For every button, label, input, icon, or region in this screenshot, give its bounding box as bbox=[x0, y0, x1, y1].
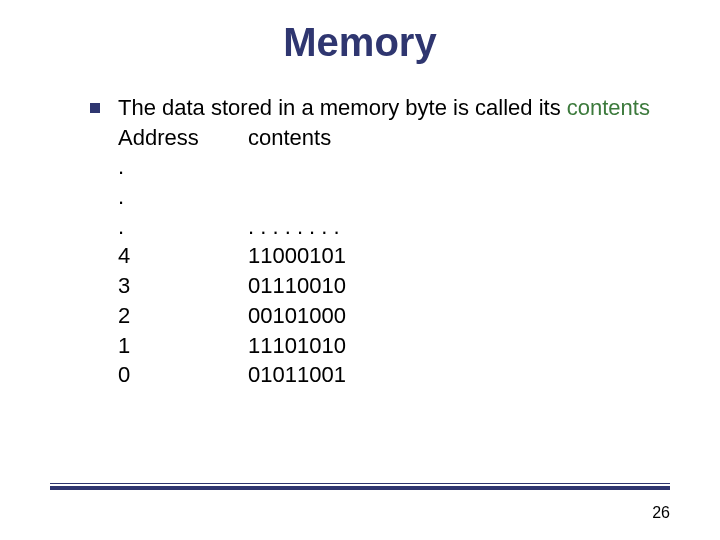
table-row: . . . . . . . . . bbox=[118, 212, 670, 242]
intro-line: The data stored in a memory byte is call… bbox=[118, 93, 670, 123]
cell-addr: 3 bbox=[118, 271, 248, 301]
cell-cont: 11101010 bbox=[248, 331, 670, 361]
slide-content: The data stored in a memory byte is call… bbox=[50, 93, 670, 390]
slide: Memory The data stored in a memory byte … bbox=[0, 0, 720, 540]
bullet-item: The data stored in a memory byte is call… bbox=[90, 93, 670, 390]
table-row: . bbox=[118, 182, 670, 212]
table-header: Address contents bbox=[118, 123, 670, 153]
cell-cont: 01011001 bbox=[248, 360, 670, 390]
table-row: . bbox=[118, 152, 670, 182]
page-title: Memory bbox=[50, 20, 670, 65]
cell-addr: . bbox=[118, 152, 248, 182]
intro-part1: The data stored in a memory byte is call… bbox=[118, 95, 567, 120]
header-contents: contents bbox=[248, 123, 670, 153]
cell-cont: 11000101 bbox=[248, 241, 670, 271]
cell-addr: . bbox=[118, 182, 248, 212]
divider-thin-line bbox=[50, 483, 670, 484]
cell-addr: 1 bbox=[118, 331, 248, 361]
table-row: 2 00101000 bbox=[118, 301, 670, 331]
table-row: 0 01011001 bbox=[118, 360, 670, 390]
cell-cont bbox=[248, 182, 670, 212]
cell-addr: . bbox=[118, 212, 248, 242]
page-number: 26 bbox=[652, 504, 670, 522]
intro-accent: contents bbox=[567, 95, 650, 120]
cell-addr: 4 bbox=[118, 241, 248, 271]
table-row: 4 11000101 bbox=[118, 241, 670, 271]
cell-cont: 00101000 bbox=[248, 301, 670, 331]
square-bullet-icon bbox=[90, 103, 100, 113]
header-address: Address bbox=[118, 123, 248, 153]
cell-addr: 0 bbox=[118, 360, 248, 390]
divider-thick-line bbox=[50, 486, 670, 490]
table-row: 1 11101010 bbox=[118, 331, 670, 361]
table-row: 3 01110010 bbox=[118, 271, 670, 301]
cell-addr: 2 bbox=[118, 301, 248, 331]
cell-cont bbox=[248, 152, 670, 182]
divider bbox=[50, 483, 670, 490]
cell-cont: . . . . . . . . bbox=[248, 212, 670, 242]
cell-cont: 01110010 bbox=[248, 271, 670, 301]
bullet-text: The data stored in a memory byte is call… bbox=[118, 93, 670, 390]
